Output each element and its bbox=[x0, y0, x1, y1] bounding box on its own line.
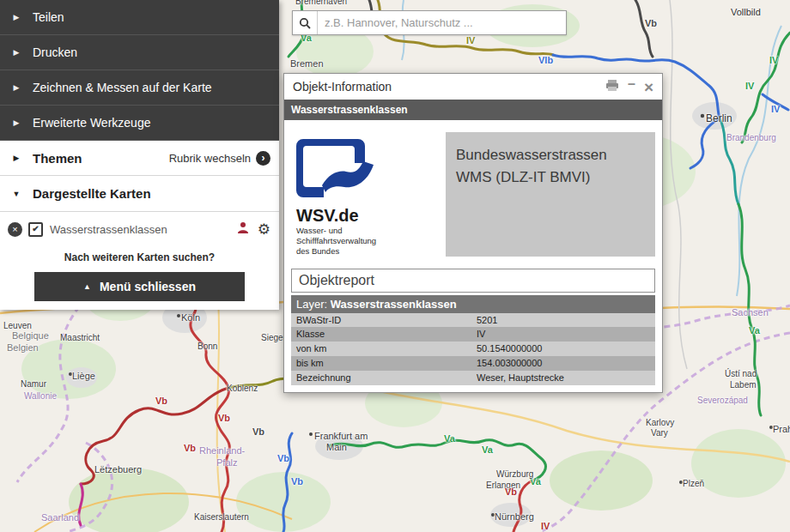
sidebar-item-label: Drucken bbox=[33, 45, 77, 59]
map-label: Köln bbox=[181, 312, 200, 323]
map-label: Karlovy bbox=[646, 418, 674, 427]
search-icon[interactable] bbox=[293, 11, 318, 34]
print-icon[interactable] bbox=[605, 80, 619, 94]
layer-info-person-icon[interactable] bbox=[237, 221, 249, 237]
map-label: Va bbox=[444, 433, 455, 444]
table-layer-header: Layer: Wasserstrassenklassen bbox=[291, 295, 655, 313]
sidebar: ▶ Teilen ▶ Drucken ▶ Zeichnen & Messen a… bbox=[0, 0, 279, 310]
search-input[interactable] bbox=[318, 11, 566, 34]
map-label: Vb bbox=[277, 453, 289, 463]
close-menu-button[interactable]: ▲ Menü schliessen bbox=[34, 272, 245, 301]
map-label: Maastricht bbox=[60, 333, 100, 342]
map-label: Berlin bbox=[706, 112, 732, 124]
map-search bbox=[292, 10, 567, 35]
dialog-header[interactable]: Objekt-Information – × bbox=[284, 74, 662, 100]
map-label: IV bbox=[466, 35, 475, 45]
map-label: Bremerhaven bbox=[295, 0, 347, 6]
sidebar-item-drucken[interactable]: ▶ Drucken bbox=[0, 35, 279, 70]
dialog-title: Objekt-Information bbox=[293, 80, 605, 94]
map-label: Sachsen bbox=[732, 307, 769, 317]
map-label: Vb bbox=[291, 476, 303, 487]
sidebar-item-teilen[interactable]: ▶ Teilen bbox=[0, 0, 279, 35]
row-label: Bezeichnung bbox=[291, 371, 471, 385]
row-value: 50.1540000000 bbox=[471, 342, 655, 356]
map-label: Saarland bbox=[41, 512, 79, 523]
layer-settings-gear-icon[interactable]: ⚙ bbox=[258, 222, 270, 237]
layer-prefix: Layer: bbox=[296, 298, 327, 311]
chevron-up-icon: ▲ bbox=[83, 282, 91, 291]
map-label: Bonn bbox=[198, 342, 217, 351]
chevron-right-icon: ▶ bbox=[0, 48, 33, 57]
sidebar-item-label: Teilen bbox=[33, 10, 64, 24]
row-value: Weser, Hauptstrecke bbox=[471, 371, 655, 385]
map-label: Leuven bbox=[3, 321, 32, 330]
map-label: Nürnberg bbox=[495, 511, 534, 522]
row-label: von km bbox=[291, 342, 471, 356]
chevron-right-circle-icon[interactable]: › bbox=[256, 151, 270, 166]
objektreport-title: Objektreport bbox=[291, 269, 655, 293]
table-row: bis km 154.003000000 bbox=[291, 356, 655, 371]
sidebar-item-erweiterte-werkzeuge[interactable]: ▶ Erweiterte Werkzeuge bbox=[0, 106, 279, 141]
map-label: Vb bbox=[218, 413, 230, 423]
map-label: IV bbox=[745, 81, 754, 91]
chevron-right-icon: ▶ bbox=[0, 154, 33, 162]
row-value: 5201 bbox=[471, 313, 655, 328]
layer-label: Wasserstrassenklassen bbox=[50, 223, 237, 236]
map-label: Vb bbox=[155, 396, 167, 406]
wsv-caption-line: des Bundes bbox=[296, 246, 441, 257]
map-label: Belgien bbox=[7, 342, 39, 353]
themen-label: Themen bbox=[33, 151, 82, 166]
map-label: Namur bbox=[21, 379, 46, 389]
row-label: bis km bbox=[291, 356, 471, 371]
rubrik-wechseln-link[interactable]: Rubrik wechseln bbox=[169, 152, 251, 165]
map-label: Lëtzebuerg bbox=[94, 464, 142, 475]
row-value: IV bbox=[471, 327, 655, 342]
wsv-logo-block: WSV.de Wasser- und Schifffahrtsverwaltun… bbox=[291, 132, 446, 257]
row-label: Klasse bbox=[291, 327, 471, 342]
search-more-maps-link[interactable]: Nach weiteren Karten suchen? bbox=[0, 246, 279, 267]
map-label: Vb bbox=[505, 487, 517, 497]
sidebar-item-label: Erweiterte Werkzeuge bbox=[33, 116, 150, 130]
map-label: Vary bbox=[651, 428, 668, 438]
map-label: VIb bbox=[538, 55, 553, 65]
map-label: Va bbox=[749, 325, 760, 336]
table-row: von km 50.1540000000 bbox=[291, 342, 655, 356]
map-label: Belgique bbox=[12, 330, 49, 341]
map-label: Vb bbox=[184, 443, 196, 453]
remove-layer-icon[interactable]: × bbox=[8, 222, 22, 237]
map-label: Pfalz bbox=[216, 457, 237, 468]
minimize-icon[interactable]: – bbox=[628, 77, 635, 91]
maps-section-label: Dargestellte Karten bbox=[33, 186, 151, 201]
close-menu-label: Menü schliessen bbox=[100, 280, 196, 293]
chevron-right-icon: ▶ bbox=[0, 83, 33, 92]
sidebar-item-zeichnen-messen[interactable]: ▶ Zeichnen & Messen auf der Karte bbox=[0, 70, 279, 106]
map-label: Wallonie bbox=[24, 391, 57, 401]
wsv-caption-line: Wasser- und bbox=[296, 226, 441, 236]
wsv-brand-text: WSV.de bbox=[296, 206, 441, 226]
map-label: Liège bbox=[72, 371, 95, 381]
chevron-right-icon: ▶ bbox=[0, 13, 33, 21]
map-label: Main bbox=[326, 442, 347, 452]
map-label: Plzeň bbox=[683, 479, 704, 488]
table-row: BWaStr-ID 5201 bbox=[291, 313, 655, 328]
map-label: IV bbox=[541, 521, 550, 531]
wsv-caption-line: Schifffahrtsverwaltung bbox=[296, 236, 441, 246]
map-label: IV bbox=[771, 104, 780, 114]
close-icon[interactable]: × bbox=[644, 79, 653, 95]
sidebar-item-themen[interactable]: ▶ Themen Rubrik wechseln › bbox=[0, 141, 279, 176]
map-label: Vb bbox=[252, 426, 264, 437]
chevron-down-icon: ▼ bbox=[0, 190, 33, 198]
row-label: BWaStr-ID bbox=[291, 313, 471, 328]
fullscreen-toggle[interactable]: Vollbild bbox=[731, 7, 761, 17]
map-label: Praha bbox=[773, 424, 790, 434]
layer-visibility-checkbox[interactable]: ✔ bbox=[28, 222, 43, 237]
sidebar-item-dargestellte-karten[interactable]: ▼ Dargestellte Karten bbox=[0, 176, 279, 212]
map-label: Bremen bbox=[290, 58, 324, 69]
dialog-layer-bar: Wasserstrassenklassen bbox=[284, 100, 662, 120]
row-value: 154.003000000 bbox=[471, 356, 655, 371]
layer-name: Wasserstrassenklassen bbox=[331, 298, 457, 311]
map-label: Koblenz bbox=[227, 384, 258, 393]
table-row: Klasse IV bbox=[291, 327, 655, 342]
map-label: Frankfurt am bbox=[314, 431, 368, 441]
sidebar-item-label: Zeichnen & Messen auf der Karte bbox=[33, 81, 212, 94]
